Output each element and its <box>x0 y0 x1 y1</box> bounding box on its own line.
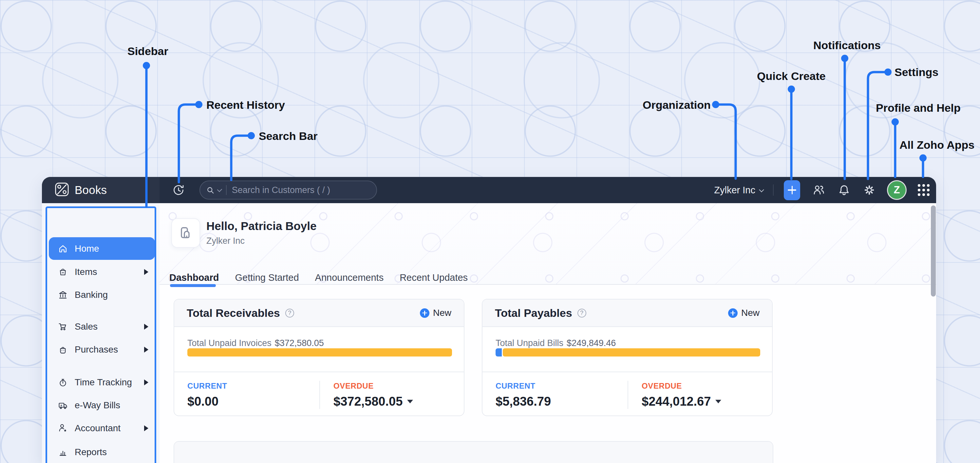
organization-switcher[interactable]: Zylker Inc <box>714 185 763 196</box>
sidebar-item-eway-bills[interactable]: e e-Way Bills <box>49 396 153 415</box>
avatar-initial: Z <box>894 184 900 196</box>
search-input[interactable] <box>231 185 370 196</box>
sidebar-item-home[interactable]: Home <box>49 237 155 260</box>
organization-logo-card <box>171 218 200 248</box>
home-icon <box>57 243 69 255</box>
search-icon <box>207 186 214 195</box>
tab-announcements[interactable]: Announcements <box>315 272 384 285</box>
help-icon[interactable]: ? <box>578 309 586 318</box>
payables-progress-bar <box>496 348 760 356</box>
current-amount: $5,836.79 <box>496 395 551 409</box>
sidebar-item-label: Banking <box>75 290 108 300</box>
profile-avatar[interactable]: Z <box>888 181 906 199</box>
tab-recent-updates[interactable]: Recent Updates <box>399 272 468 285</box>
handbag-icon <box>57 344 69 355</box>
overdue-label: OVERDUE <box>642 382 773 391</box>
current-cell: CURRENT $0.00 <box>187 372 318 409</box>
dropdown-caret-icon <box>407 400 413 403</box>
search-scope-chevron-icon[interactable] <box>217 187 222 193</box>
unpaid-invoices-row: Total Unpaid Invoices $372,580.05 <box>187 338 324 348</box>
shopping-bag-icon <box>57 266 69 278</box>
help-icon[interactable]: ? <box>285 309 294 318</box>
truck-icon: e <box>57 399 69 411</box>
new-button-label: New <box>741 308 760 318</box>
notifications-button[interactable] <box>837 183 851 197</box>
new-bill-button[interactable]: New <box>728 308 760 318</box>
receivables-footer: CURRENT $0.00 OVERDUE $372,580.05 <box>174 372 464 416</box>
overdue-amount-dropdown[interactable]: $372,580.05 <box>333 395 465 409</box>
card-title: Total Payables <box>495 307 572 320</box>
sidebar-item-accountant[interactable]: Accountant <box>49 419 153 438</box>
sidebar-item-sales[interactable]: Sales <box>49 318 153 336</box>
tab-dashboard[interactable]: Dashboard <box>169 272 219 285</box>
search-divider <box>226 185 227 195</box>
submenu-caret-icon <box>144 324 148 329</box>
sidebar-item-time-tracking[interactable]: Time Tracking <box>49 373 153 391</box>
sidebar-item-label: Home <box>75 243 99 254</box>
overdue-bar-segment <box>187 348 452 356</box>
sidebar-item-label: Time Tracking <box>75 377 132 388</box>
recent-history-button[interactable] <box>171 183 186 197</box>
submenu-caret-icon <box>144 269 148 275</box>
overdue-amount: $244,012.67 <box>642 395 711 409</box>
stopwatch-icon <box>57 377 69 388</box>
settings-button[interactable] <box>863 183 876 197</box>
cash-flow-card: Cash Flow ? This Fiscal Year <box>173 441 773 463</box>
current-label: CURRENT <box>496 382 627 391</box>
footer-divider <box>628 381 628 409</box>
app-title: Books <box>75 183 107 197</box>
overdue-bar-segment <box>503 348 760 356</box>
svg-text:e: e <box>60 404 62 407</box>
bell-icon <box>837 183 851 197</box>
overdue-amount: $372,580.05 <box>333 395 402 409</box>
org-chevron-icon <box>759 187 764 193</box>
plus-icon <box>420 308 430 318</box>
history-icon <box>171 183 186 197</box>
global-search[interactable] <box>199 181 377 200</box>
cart-icon <box>57 321 69 333</box>
hero-section: Hello, Patricia Boyle Zylker Inc Dashboa… <box>159 203 936 285</box>
sidebar-item-label: Reports <box>75 447 107 457</box>
unpaid-bills-row: Total Unpaid Bills $249,849.46 <box>496 338 616 348</box>
overdue-label: OVERDUE <box>333 382 465 391</box>
footer-divider <box>319 381 320 409</box>
zoho-books-logo-icon <box>54 182 70 198</box>
tab-getting-started[interactable]: Getting Started <box>235 272 299 285</box>
unpaid-amount: $249,849.46 <box>566 338 616 348</box>
bank-icon <box>57 289 69 301</box>
overdue-cell: OVERDUE $372,580.05 <box>333 372 465 409</box>
payables-footer: CURRENT $5,836.79 OVERDUE $244,012.67 <box>482 372 772 416</box>
total-payables-card: Total Payables ? New Total Unpaid Bills … <box>482 299 773 416</box>
sidebar-item-label: Sales <box>75 321 98 332</box>
organization-name: Zylker Inc <box>714 185 755 196</box>
dropdown-caret-icon <box>715 400 721 403</box>
bar-chart-icon <box>57 446 69 458</box>
cash-flow-header: Cash Flow ? This Fiscal Year <box>174 442 773 463</box>
quick-create-button[interactable] <box>784 180 800 200</box>
sidebar: Home Items Banking <box>42 203 160 463</box>
new-invoice-button[interactable]: New <box>420 308 451 318</box>
all-zoho-apps-button[interactable] <box>918 184 929 196</box>
top-navbar: Books Zylker Inc <box>42 177 936 203</box>
navbar-divider <box>773 185 774 196</box>
submenu-caret-icon <box>144 379 148 385</box>
navbar-right-cluster: Zylker Inc <box>714 177 929 203</box>
sidebar-item-purchases[interactable]: Purchases <box>49 340 153 359</box>
sidebar-item-items[interactable]: Items <box>49 263 153 281</box>
brand-area: Books <box>42 177 159 203</box>
receivables-card-header: Total Receivables ? New <box>174 299 464 327</box>
sidebar-item-reports[interactable]: Reports <box>49 443 153 461</box>
overdue-amount-dropdown[interactable]: $244,012.67 <box>642 395 773 409</box>
sidebar-item-label: Items <box>75 267 97 277</box>
current-amount: $0.00 <box>187 395 218 409</box>
current-cell: CURRENT $5,836.79 <box>496 372 627 409</box>
sidebar-item-label: Purchases <box>75 344 118 355</box>
hero-org-name: Zylker Inc <box>206 236 245 246</box>
main-scrollbar[interactable] <box>931 205 936 296</box>
greeting-text: Hello, Patricia Boyle <box>206 220 317 233</box>
sidebar-item-banking[interactable]: Banking <box>49 286 153 304</box>
gear-icon <box>863 183 876 197</box>
referral-button[interactable] <box>812 183 826 197</box>
overdue-cell: OVERDUE $244,012.67 <box>642 372 773 409</box>
active-tab-underline <box>170 284 216 287</box>
